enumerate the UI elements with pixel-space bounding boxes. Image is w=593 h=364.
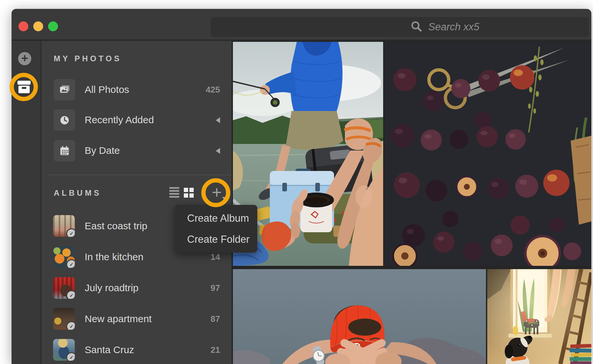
photo-grid: YETI (232, 41, 591, 364)
by-date-label: By Date (85, 139, 120, 162)
photos-icon (54, 79, 75, 100)
collapse-arrow-icon[interactable] (216, 148, 220, 154)
album-thumbnail (53, 308, 75, 330)
synced-check-badge (66, 352, 75, 361)
album-thumbnail (53, 277, 75, 299)
list-view-icon[interactable] (169, 187, 179, 198)
album-thumbnail (53, 339, 75, 361)
album-count: 87 (211, 307, 220, 331)
synced-check-badge (66, 259, 75, 268)
menu-caret (221, 208, 233, 214)
archive-box-icon (16, 90, 32, 95)
photo-plums-and-scissors[interactable] (384, 42, 591, 266)
zoom-button[interactable] (48, 21, 58, 31)
album-label: July roadtrip (85, 276, 138, 300)
album-count: 97 (211, 276, 220, 300)
clock-icon (54, 109, 75, 131)
all-photos-count: 425 (206, 78, 220, 101)
all-photos-label: All Photos (85, 78, 129, 101)
album-row-santa-cruz[interactable]: Santa Cruz 21 (42, 338, 232, 364)
album-thumbnail (53, 246, 75, 268)
sidebar-item-recently-added[interactable]: Recently Added (42, 108, 232, 134)
album-label: Santa Cruz (85, 338, 134, 362)
calendar-icon (54, 140, 75, 161)
my-photos-header: MY PHOTOS (54, 54, 122, 63)
album-row-new-apartment[interactable]: New apartment 87 (42, 307, 232, 335)
collapse-arrow-icon[interactable] (216, 117, 220, 123)
titlebar (12, 9, 591, 40)
minimize-button[interactable] (33, 21, 43, 31)
add-photos-button[interactable]: + (18, 52, 31, 65)
screenshot-canvas: + MY PHOTOS (0, 0, 593, 364)
album-label: East coast trip (85, 214, 147, 238)
menu-item-create-album[interactable]: Create Album (175, 208, 257, 229)
search-bar[interactable] (211, 17, 589, 37)
album-label: In the kitchen (85, 245, 143, 269)
albums-header: ALBUMS (54, 188, 101, 198)
sidebar-item-by-date[interactable]: By Date (42, 139, 232, 165)
album-thumbnail (53, 215, 75, 237)
search-icon (410, 20, 423, 34)
chevron-down-icon (222, 197, 227, 200)
photo-red-beanie-portrait[interactable] (233, 269, 486, 364)
close-button[interactable] (18, 21, 28, 31)
archive-button[interactable] (16, 80, 32, 94)
app-window: + MY PHOTOS (12, 9, 591, 364)
grid-view-icon[interactable] (184, 188, 194, 198)
recently-added-label: Recently Added (85, 108, 154, 132)
sidebar-item-all-photos[interactable]: All Photos 425 (42, 78, 232, 104)
create-context-menu: Create Album Create Folder (175, 205, 257, 253)
synced-check-badge (66, 290, 75, 299)
sidebar-divider (48, 175, 232, 175)
synced-check-badge (66, 321, 75, 330)
menu-item-create-folder[interactable]: Create Folder (175, 229, 257, 250)
synced-check-badge (66, 228, 75, 237)
album-row-july-roadtrip[interactable]: July roadtrip 97 (42, 276, 232, 304)
album-count: 21 (211, 338, 220, 362)
search-input[interactable] (428, 21, 587, 33)
photo-dog-at-window[interactable] (487, 269, 591, 364)
left-rail: + (12, 41, 42, 364)
album-label: New apartment (85, 307, 152, 331)
sidebar: MY PHOTOS All Photos 425 (42, 41, 232, 364)
